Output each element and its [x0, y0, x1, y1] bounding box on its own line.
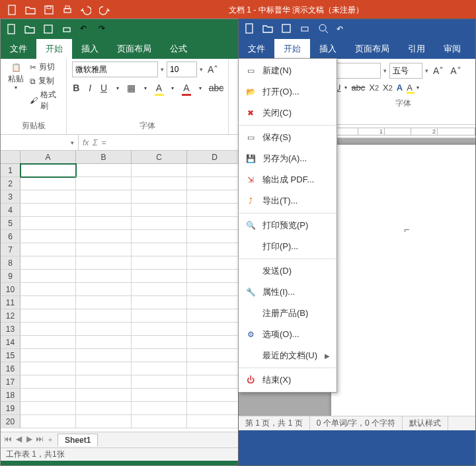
cell[interactable] — [20, 243, 76, 256]
last-sheet-icon[interactable]: ⏭ — [35, 434, 44, 446]
equals-icon[interactable]: = — [102, 138, 106, 147]
tab-review[interactable]: 审阅 — [434, 39, 470, 59]
cell[interactable] — [20, 190, 76, 204]
cell[interactable] — [76, 349, 132, 362]
preview-icon[interactable] — [318, 23, 329, 36]
cell[interactable] — [76, 296, 132, 309]
cell[interactable] — [20, 296, 76, 309]
cell[interactable] — [132, 283, 187, 296]
cell[interactable] — [20, 389, 76, 402]
grow-font-icon[interactable]: A˄ — [206, 64, 220, 75]
new-icon[interactable] — [6, 24, 17, 34]
row-header[interactable]: 3 — [1, 190, 20, 204]
row-header[interactable]: 18 — [1, 389, 20, 402]
cell[interactable] — [76, 402, 132, 415]
open-icon[interactable] — [262, 23, 273, 36]
cell[interactable] — [132, 375, 187, 389]
row-header[interactable]: 14 — [1, 336, 20, 349]
print-icon[interactable] — [299, 23, 310, 36]
cell[interactable] — [20, 283, 76, 296]
redo-icon[interactable]: ↷ — [99, 24, 109, 34]
spreadsheet-grid[interactable]: A B C D 1234567891011121314151617181920 — [1, 151, 244, 432]
cell[interactable] — [20, 256, 76, 270]
cell[interactable] — [187, 402, 243, 415]
cell[interactable] — [187, 323, 243, 336]
cell[interactable] — [187, 204, 243, 217]
name-box[interactable]: ▾ — [1, 135, 79, 150]
fill-color-button[interactable]: A — [155, 81, 163, 95]
row-header[interactable]: 20 — [1, 415, 20, 428]
tab-file[interactable]: 文件 — [239, 39, 274, 59]
menu-exit[interactable]: ⏻结束(X) — [239, 369, 337, 391]
chevron-down-icon[interactable]: ▾ — [71, 139, 74, 146]
save-icon[interactable] — [43, 24, 54, 34]
cell[interactable] — [132, 389, 187, 402]
cell[interactable] — [20, 217, 76, 230]
sum-icon[interactable]: Σ — [93, 138, 97, 147]
undo-icon[interactable]: ↶ — [80, 24, 91, 34]
tab-formula[interactable]: 公式 — [161, 39, 196, 59]
first-sheet-icon[interactable]: ⏮ — [3, 434, 13, 446]
menu-print[interactable]: 打印(P)... — [239, 236, 337, 257]
cell[interactable] — [187, 336, 243, 349]
col-header[interactable]: D — [187, 151, 243, 163]
font-name-select[interactable] — [72, 61, 158, 77]
menu-print-preview[interactable]: 🔍打印预览(P) — [239, 215, 337, 236]
menu-open[interactable]: 📂打开(O)... — [239, 81, 337, 102]
menu-new[interactable]: ▭新建(N) — [239, 60, 337, 81]
cell[interactable] — [20, 415, 76, 428]
chevron-down-icon[interactable]: ▾ — [200, 66, 203, 73]
cell[interactable] — [132, 164, 187, 177]
cell[interactable] — [132, 177, 187, 190]
menu-export[interactable]: ⤴导出(T)... — [239, 190, 337, 212]
format-painter-button[interactable]: 🖌格式刷 — [30, 89, 61, 112]
cell[interactable] — [76, 336, 132, 349]
cell[interactable] — [132, 336, 187, 349]
menu-export-pdf[interactable]: ⇲输出成 PDF... — [239, 169, 337, 190]
cell[interactable] — [76, 415, 132, 428]
cell[interactable] — [187, 309, 243, 323]
cell[interactable] — [76, 256, 132, 270]
row-header[interactable]: 16 — [1, 362, 20, 375]
row-header[interactable]: 6 — [1, 230, 20, 243]
style-status[interactable]: 默认样式 — [403, 416, 448, 430]
cell[interactable] — [187, 296, 243, 309]
bold-button[interactable]: B — [72, 81, 81, 95]
paste-button[interactable]: 📋 粘贴 ▾ — [6, 61, 26, 112]
font-name-select[interactable] — [335, 63, 381, 79]
cell[interactable] — [187, 389, 243, 402]
cell[interactable] — [76, 270, 132, 283]
row-header[interactable]: 19 — [1, 402, 20, 415]
cell[interactable] — [187, 349, 243, 362]
border-button[interactable]: ▦ — [127, 81, 136, 95]
new-icon[interactable] — [244, 23, 255, 36]
strikethrough-button[interactable]: abc — [210, 81, 223, 95]
underline-button[interactable]: U — [100, 81, 108, 95]
tab-ref[interactable]: 引用 — [399, 39, 434, 59]
cell[interactable] — [20, 336, 76, 349]
page-status[interactable]: 第 1 页，共 1 页 — [239, 416, 310, 430]
row-header[interactable]: 8 — [1, 256, 20, 270]
strikethrough-button[interactable]: abc — [351, 83, 365, 93]
undo-icon[interactable]: ↶ — [337, 24, 343, 34]
cell[interactable] — [132, 309, 187, 323]
cell[interactable] — [20, 362, 76, 375]
cell[interactable] — [20, 204, 76, 217]
chevron-down-icon[interactable]: ▾ — [425, 67, 428, 74]
cell[interactable] — [20, 323, 76, 336]
row-header[interactable]: 5 — [1, 217, 20, 230]
tab-file[interactable]: 文件 — [1, 39, 36, 59]
cell[interactable] — [132, 204, 187, 217]
cell[interactable] — [132, 415, 187, 428]
row-header[interactable]: 13 — [1, 323, 20, 336]
cell[interactable] — [20, 349, 76, 362]
chevron-down-icon[interactable]: ▾ — [196, 81, 204, 95]
cell[interactable] — [132, 402, 187, 415]
tab-layout[interactable]: 页面布局 — [346, 39, 399, 59]
menu-options[interactable]: ⚙选项(O)... — [239, 324, 337, 345]
tab-insert[interactable]: 插入 — [310, 39, 346, 59]
row-header[interactable]: 2 — [1, 177, 20, 190]
next-sheet-icon[interactable]: ▶ — [24, 434, 34, 446]
select-all-corner[interactable] — [1, 151, 20, 163]
chevron-down-icon[interactable]: ▾ — [141, 81, 149, 95]
